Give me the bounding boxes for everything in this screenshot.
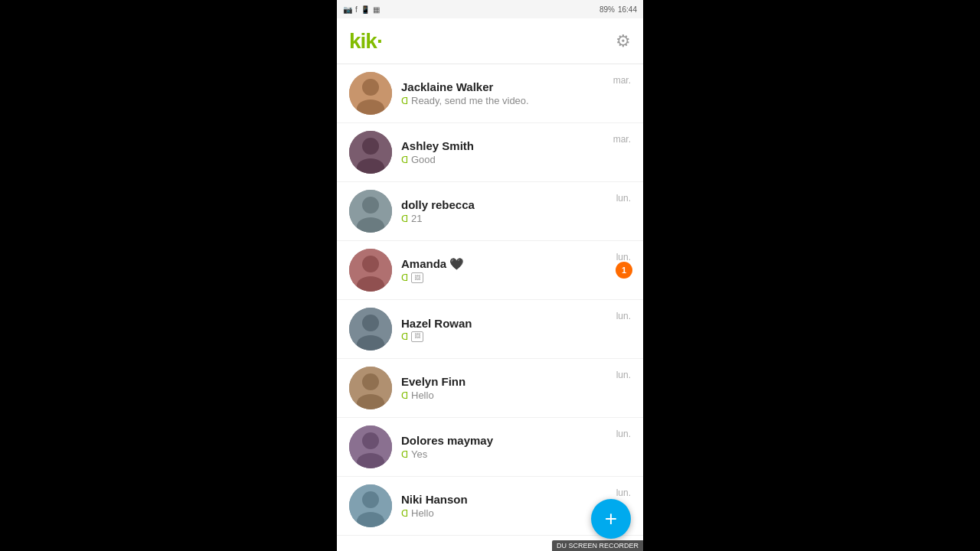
conversation-item[interactable]: Ashley Smith ᗡ Good mar. — [337, 123, 643, 182]
message-preview: ᗡ Ready, send me the video. — [401, 95, 613, 106]
preview-text: Hello — [411, 507, 434, 519]
delivered-icon: ᗡ — [401, 155, 408, 165]
avatar — [349, 484, 392, 527]
du-recorder-badge: DU SCREEN RECORDER — [552, 540, 643, 551]
message-time: lun. — [616, 193, 631, 204]
avatar — [349, 249, 392, 292]
unread-badge: 1 — [616, 262, 632, 279]
time-text: 16:44 — [618, 5, 637, 14]
conversation-info: dolly rebecca ᗡ 21 — [401, 198, 616, 224]
message-preview: ᗡ 21 — [401, 213, 616, 224]
sim-icon: 📱 — [361, 5, 370, 14]
contact-name: Dolores maymay — [401, 434, 616, 447]
compose-button[interactable]: + — [591, 499, 631, 539]
conversation-item[interactable]: Evelyn Finn ᗡ Hello lun. — [337, 359, 643, 418]
contact-name: Jacklaine Walker — [401, 80, 613, 93]
message-preview: ᗡ 🖼 — [401, 272, 616, 283]
avatar — [349, 367, 392, 409]
contact-name: Hazel Rowan — [401, 317, 616, 330]
kik-logo: kik· — [349, 29, 382, 54]
contact-name: dolly rebecca — [401, 198, 616, 211]
status-bar-right: 89% 16:44 — [599, 5, 637, 14]
conversation-item[interactable]: Dolores maymay ᗡ Yes lun. — [337, 418, 643, 477]
svg-point-16 — [362, 373, 379, 390]
delivered-icon: ᗡ — [401, 272, 408, 283]
conversation-item[interactable]: Jacklaine Walker ᗡ Ready, send me the vi… — [337, 64, 643, 123]
delivered-icon: ᗡ — [401, 390, 408, 401]
svg-point-4 — [362, 138, 379, 155]
preview-text: Yes — [411, 448, 427, 460]
conversation-info: Jacklaine Walker ᗡ Ready, send me the vi… — [401, 80, 613, 106]
conversation-item[interactable]: Amanda 🖤 ᗡ 🖼 lun. 1 — [337, 241, 643, 300]
status-bar: 📷 f 📱 ▦ 89% 16:44 — [337, 0, 643, 18]
conversation-info: Dolores maymay ᗡ Yes — [401, 434, 616, 460]
delivered-icon: ᗡ — [401, 449, 408, 460]
delivered-icon: ᗡ — [401, 508, 408, 519]
message-preview: ᗡ Good — [401, 154, 613, 165]
message-preview: ᗡ Hello — [401, 507, 616, 519]
delivered-icon: ᗡ — [401, 214, 408, 224]
camera-icon: 📷 — [343, 5, 352, 14]
message-time: lun. — [616, 370, 631, 380]
svg-point-7 — [362, 197, 379, 214]
image-preview-icon: 🖼 — [411, 331, 423, 342]
image-preview-icon: 🖼 — [411, 272, 423, 283]
message-preview: ᗡ 🖼 — [401, 331, 616, 342]
conversation-item[interactable]: dolly rebecca ᗡ 21 lun. — [337, 182, 643, 241]
preview-text: 21 — [411, 213, 422, 224]
svg-point-19 — [362, 432, 379, 449]
message-time: mar. — [613, 75, 631, 86]
conversation-info: Evelyn Finn ᗡ Hello — [401, 375, 616, 401]
message-time: lun. — [616, 487, 631, 498]
svg-point-10 — [362, 256, 379, 272]
message-preview: ᗡ Hello — [401, 390, 616, 401]
message-preview: ᗡ Yes — [401, 448, 616, 460]
preview-text: Good — [411, 154, 436, 165]
message-time: mar. — [613, 134, 631, 145]
battery-text: 89% — [599, 5, 615, 14]
avatar — [349, 72, 392, 115]
contact-name: Niki Hanson — [401, 493, 616, 506]
svg-point-13 — [362, 315, 379, 331]
avatar — [349, 308, 392, 350]
preview-text: Hello — [411, 390, 434, 401]
contact-name: Evelyn Finn — [401, 375, 616, 388]
avatar — [349, 425, 392, 468]
svg-point-22 — [362, 491, 379, 508]
delivered-icon: ᗡ — [401, 96, 408, 106]
message-time: lun. — [616, 429, 631, 439]
preview-text: Ready, send me the video. — [411, 95, 529, 106]
avatar — [349, 190, 392, 233]
settings-icon[interactable]: ⚙ — [616, 31, 631, 51]
conversation-info: Amanda 🖤 ᗡ 🖼 — [401, 257, 616, 283]
conversation-info: Niki Hanson ᗡ Hello — [401, 493, 616, 519]
conversation-info: Hazel Rowan ᗡ 🖼 — [401, 317, 616, 342]
sim2-icon: ▦ — [373, 5, 380, 14]
phone-frame: 📷 f 📱 ▦ 89% 16:44 kik· ⚙ — [337, 0, 643, 551]
contact-name: Ashley Smith — [401, 139, 613, 152]
message-time: lun. — [616, 311, 631, 321]
conversation-info: Ashley Smith ᗡ Good — [401, 139, 613, 165]
delivered-icon: ᗡ — [401, 331, 408, 342]
avatar — [349, 131, 392, 174]
app-header: kik· ⚙ — [337, 18, 643, 64]
conversation-item[interactable]: Hazel Rowan ᗡ 🖼 lun. — [337, 300, 643, 359]
svg-point-1 — [362, 79, 379, 96]
status-bar-left: 📷 f 📱 ▦ — [343, 5, 380, 14]
message-time: lun. — [616, 252, 631, 262]
facebook-icon: f — [355, 5, 358, 14]
conversation-list: Jacklaine Walker ᗡ Ready, send me the vi… — [337, 64, 643, 551]
contact-name: Amanda 🖤 — [401, 257, 616, 271]
